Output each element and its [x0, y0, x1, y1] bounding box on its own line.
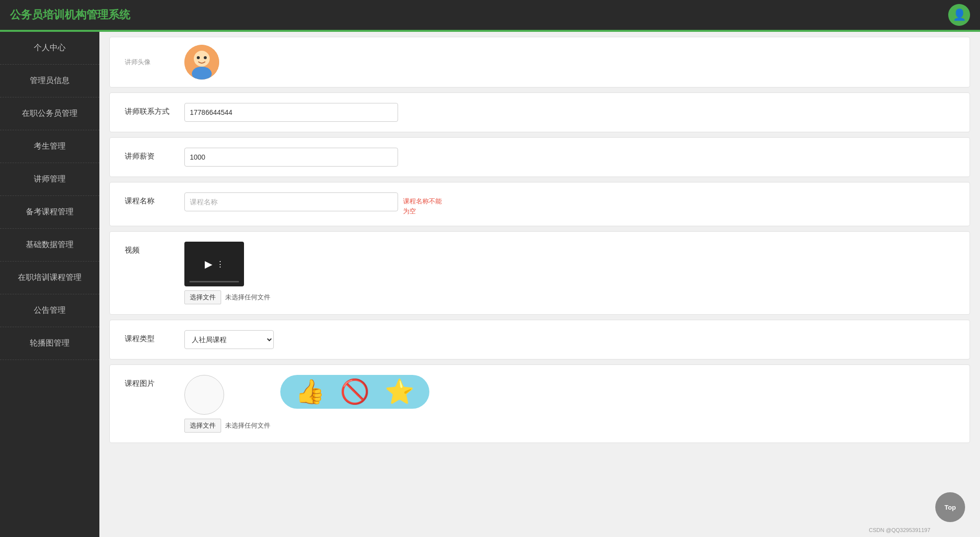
salary-label: 讲师薪资 — [125, 148, 184, 161]
app-title: 公务员培训机构管理系统 — [10, 7, 130, 22]
stop-icon: 🚫 — [340, 380, 370, 404]
salary-card: 讲师薪资 — [109, 137, 970, 177]
video-progress-bar — [189, 281, 239, 282]
svg-point-3 — [197, 56, 200, 59]
course-image-card: 课程图片 选择文件 未选择任何文件 👍 🚫 ⭐ — [109, 364, 970, 443]
top-button[interactable]: Top — [935, 492, 965, 522]
image-choose-file-button[interactable]: 选择文件 — [184, 419, 221, 433]
contact-label: 讲师联系方式 — [125, 103, 184, 116]
thumbs-up-icon: 👍 — [295, 380, 325, 404]
watermark: CSDN @QQ3295391197 — [869, 527, 930, 533]
video-card: 视频 ▶ ⋮ 选择文件 未选择任何文件 — [109, 231, 970, 315]
contact-input[interactable] — [184, 103, 398, 122]
contact-card: 讲师联系方式 — [109, 92, 970, 132]
video-thumbnail: ▶ ⋮ — [184, 242, 244, 286]
sidebar-item-personal-center[interactable]: 个人中心 — [0, 32, 99, 65]
video-label: 视频 — [125, 242, 184, 255]
course-name-card: 课程名称 课程名称不能为空 — [109, 182, 970, 226]
header: 公务员培训机构管理系统 👤 — [0, 0, 980, 30]
emoji-bubble: 👍 🚫 ⭐ — [280, 375, 429, 409]
svg-point-4 — [204, 56, 207, 59]
avatar-label: 讲师头像 — [125, 58, 184, 67]
menu-icon: ⋮ — [216, 260, 224, 269]
avatar-card: 讲师头像 — [109, 37, 970, 88]
sidebar-item-exam-course-mgmt[interactable]: 备考课程管理 — [0, 196, 99, 229]
sidebar-item-employee-mgmt[interactable]: 在职公务员管理 — [0, 97, 99, 130]
play-icon: ▶ — [205, 258, 212, 270]
course-type-label: 课程类型 — [125, 330, 184, 344]
main-layout: 个人中心 管理员信息 在职公务员管理 考生管理 讲师管理 备考课程管理 基础数据… — [0, 32, 980, 537]
sidebar-item-carousel-mgmt[interactable]: 轮播图管理 — [0, 327, 99, 360]
course-type-select[interactable]: 人社局课程 其他课程 — [184, 330, 274, 349]
sidebar-item-examinee-mgmt[interactable]: 考生管理 — [0, 130, 99, 163]
instructor-avatar-image — [184, 45, 219, 80]
video-upload-row: 选择文件 未选择任何文件 — [184, 290, 270, 304]
image-upload-row: 选择文件 未选择任何文件 — [184, 419, 270, 433]
sidebar-item-training-course-mgmt[interactable]: 在职培训课程管理 — [0, 262, 99, 294]
course-type-card: 课程类型 人社局课程 其他课程 — [109, 320, 970, 359]
video-choose-file-button[interactable]: 选择文件 — [184, 290, 221, 304]
course-image-label: 课程图片 — [125, 375, 184, 388]
svg-point-1 — [194, 51, 210, 67]
course-name-error: 课程名称不能为空 — [403, 192, 442, 216]
sidebar: 个人中心 管理员信息 在职公务员管理 考生管理 讲师管理 备考课程管理 基础数据… — [0, 32, 99, 537]
image-no-file-label: 未选择任何文件 — [225, 421, 270, 430]
salary-input[interactable] — [184, 148, 398, 167]
course-name-input[interactable] — [184, 192, 398, 211]
course-name-label: 课程名称 — [125, 192, 184, 206]
main-content: 讲师头像 讲师联系方式 讲师薪资 — [99, 32, 980, 537]
user-avatar[interactable]: 👤 — [948, 4, 970, 26]
video-controls: ▶ ⋮ — [205, 258, 224, 270]
sidebar-item-announcement-mgmt[interactable]: 公告管理 — [0, 294, 99, 327]
video-no-file-label: 未选择任何文件 — [225, 293, 270, 302]
sidebar-item-basic-data-mgmt[interactable]: 基础数据管理 — [0, 229, 99, 262]
course-image-preview — [184, 375, 224, 415]
star-icon: ⭐ — [385, 380, 414, 404]
sidebar-item-admin-info[interactable]: 管理员信息 — [0, 65, 99, 97]
emoji-overlay: 👍 🚫 ⭐ — [280, 375, 429, 409]
sidebar-item-instructor-mgmt[interactable]: 讲师管理 — [0, 163, 99, 196]
